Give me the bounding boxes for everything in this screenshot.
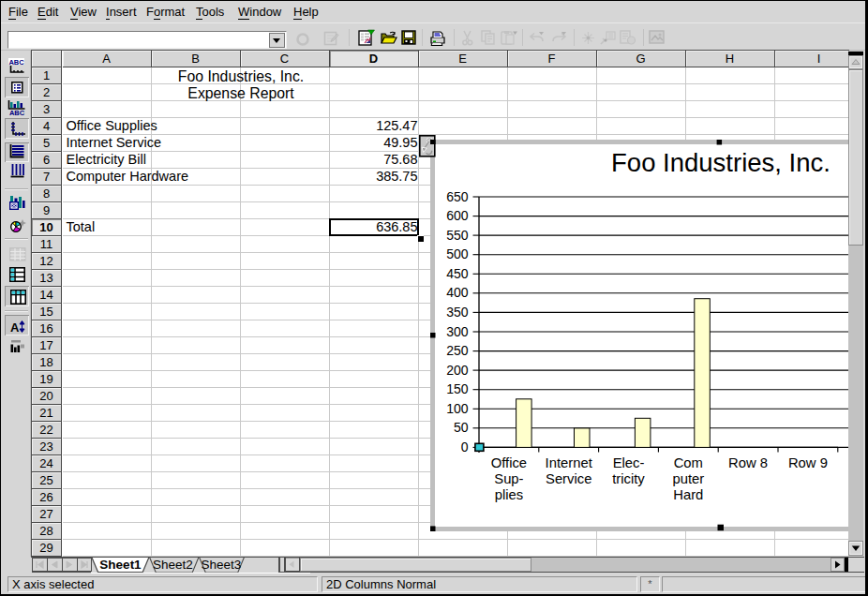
svg-text:Internet: Internet <box>546 455 592 470</box>
svg-text:600: 600 <box>446 208 469 223</box>
svg-text:puter: puter <box>672 471 704 486</box>
svg-text:ABC: ABC <box>9 109 25 115</box>
svg-text:0: 0 <box>461 440 469 454</box>
svg-text:450: 450 <box>446 266 469 281</box>
svg-text:ABC: ABC <box>8 58 24 67</box>
svg-text:Foo Industries, Inc.: Foo Industries, Inc. <box>611 148 831 177</box>
svg-text:plies: plies <box>495 487 523 502</box>
svg-text:Sheet1: Sheet1 <box>99 558 142 572</box>
svg-text:Row 9: Row 9 <box>788 455 828 470</box>
svg-text:A: A <box>10 320 20 333</box>
svg-text:200: 200 <box>446 363 469 378</box>
svg-text:Sheet3: Sheet3 <box>202 558 242 572</box>
svg-text:Com: Com <box>674 455 703 470</box>
svg-text:50: 50 <box>454 420 469 435</box>
svg-text:Sheet2: Sheet2 <box>153 558 193 572</box>
svg-text:500: 500 <box>446 246 469 261</box>
svg-text:Row 8: Row 8 <box>728 455 768 470</box>
svg-text:Elec-: Elec- <box>613 455 645 470</box>
svg-text:350: 350 <box>446 305 469 320</box>
svg-text:400: 400 <box>446 285 469 300</box>
svg-text:Service: Service <box>546 471 591 486</box>
svg-text:250: 250 <box>446 343 469 358</box>
svg-text:300: 300 <box>446 324 469 339</box>
svg-text:Hard: Hard <box>673 487 703 502</box>
svg-text:100: 100 <box>446 401 469 416</box>
svg-text:Office: Office <box>491 455 527 470</box>
svg-text:Sup-: Sup- <box>494 471 523 486</box>
svg-text:650: 650 <box>446 189 469 204</box>
svg-text:tricity: tricity <box>612 471 645 486</box>
svg-text:550: 550 <box>446 228 469 243</box>
svg-text:150: 150 <box>446 381 469 396</box>
